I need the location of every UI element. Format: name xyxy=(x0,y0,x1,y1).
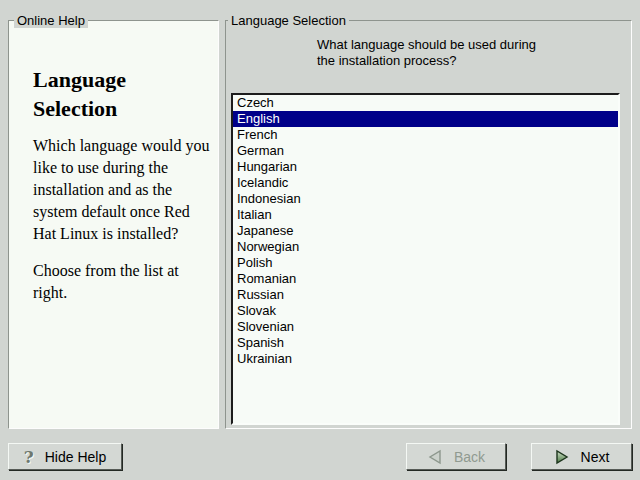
help-paragraph: Choose from the list at right. xyxy=(33,260,213,304)
online-help-frame-label: Online Help xyxy=(14,13,88,28)
hide-help-button[interactable]: ? Hide Help xyxy=(8,443,122,470)
hide-help-label: Hide Help xyxy=(45,449,106,465)
back-button[interactable]: Back xyxy=(406,443,506,470)
language-option-english[interactable]: English xyxy=(233,111,618,127)
installer-window: Online Help Language Selection Which lan… xyxy=(0,0,640,480)
language-option-ukrainian[interactable]: Ukrainian xyxy=(233,351,618,367)
next-arrow-icon xyxy=(554,449,570,465)
language-option-german[interactable]: German xyxy=(233,143,618,159)
language-option-russian[interactable]: Russian xyxy=(233,287,618,303)
language-list[interactable]: CzechEnglishFrenchGermanHungarianIceland… xyxy=(231,93,620,425)
help-content: Language Selection Which language would … xyxy=(9,21,218,304)
back-label: Back xyxy=(454,449,485,465)
language-option-slovak[interactable]: Slovak xyxy=(233,303,618,319)
language-option-romanian[interactable]: Romanian xyxy=(233,271,618,287)
help-paragraph: Which language would you like to use dur… xyxy=(33,135,213,245)
language-selection-panel: Language Selection What language should … xyxy=(225,20,632,429)
language-option-slovenian[interactable]: Slovenian xyxy=(233,319,618,335)
language-option-norwegian[interactable]: Norwegian xyxy=(233,239,618,255)
language-option-french[interactable]: French xyxy=(233,127,618,143)
language-option-hungarian[interactable]: Hungarian xyxy=(233,159,618,175)
next-button[interactable]: Next xyxy=(531,443,632,470)
language-option-italian[interactable]: Italian xyxy=(233,207,618,223)
help-title: Language Selection xyxy=(33,65,183,123)
question-line: What language should be used during xyxy=(317,37,536,53)
language-selection-frame-label: Language Selection xyxy=(228,13,349,28)
question-mark-icon: ? xyxy=(24,447,34,467)
back-arrow-icon xyxy=(427,449,443,465)
language-option-czech[interactable]: Czech xyxy=(233,95,618,111)
question-line: the installation process? xyxy=(317,53,536,69)
online-help-panel: Online Help Language Selection Which lan… xyxy=(8,20,219,429)
language-option-polish[interactable]: Polish xyxy=(233,255,618,271)
language-option-spanish[interactable]: Spanish xyxy=(233,335,618,351)
language-option-indonesian[interactable]: Indonesian xyxy=(233,191,618,207)
language-option-japanese[interactable]: Japanese xyxy=(233,223,618,239)
question-text: What language should be used during the … xyxy=(317,37,536,69)
next-label: Next xyxy=(581,449,610,465)
language-option-icelandic[interactable]: Icelandic xyxy=(233,175,618,191)
